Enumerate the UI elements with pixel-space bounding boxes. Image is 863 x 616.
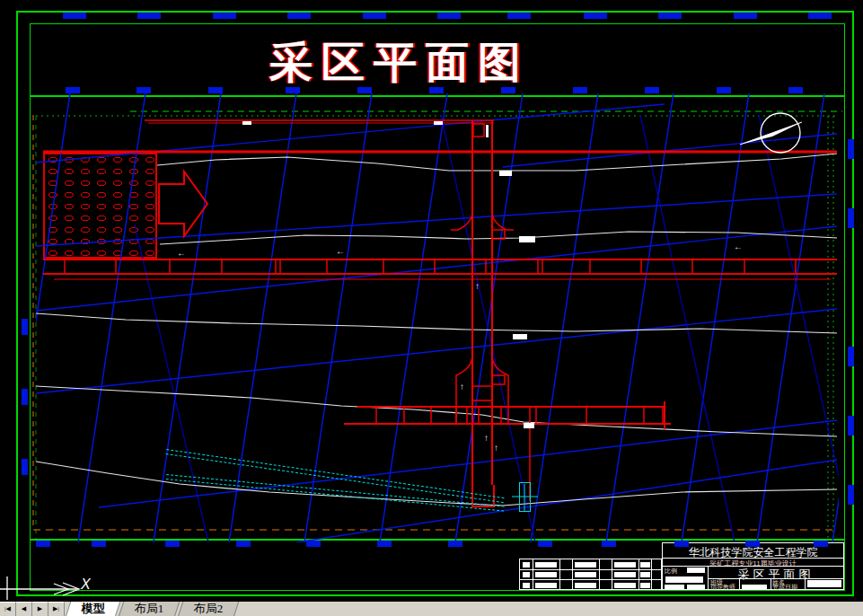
border-tick	[92, 541, 106, 547]
border-tick	[287, 13, 311, 19]
titleblock-scale-label: 比例	[665, 568, 684, 575]
border-tick	[848, 485, 854, 505]
border-tick	[448, 541, 462, 547]
border-tick	[538, 541, 552, 547]
flow-arrow-icon: ↑	[475, 282, 480, 291]
border-tick	[814, 541, 828, 547]
border-tick	[745, 541, 760, 547]
border-tick	[165, 541, 180, 547]
flow-arrow-icon: ←	[734, 242, 743, 251]
border-tick	[658, 13, 682, 19]
border-tick	[573, 87, 587, 93]
border-tick	[788, 87, 803, 93]
titleblock: 华北科技学院安全工程学院 采矿工程专业11届毕业设计 比例 采区平面图 班级 姓…	[662, 542, 844, 590]
blue-grid-lines	[3, 93, 863, 542]
border-tick	[848, 139, 854, 159]
tab-nav-first-button[interactable]: |◀	[0, 602, 16, 616]
border-tick	[236, 541, 251, 547]
border-tick	[363, 13, 386, 19]
border-tick	[734, 13, 757, 19]
flow-arrow-icon: ↑	[484, 434, 489, 443]
border-tick	[717, 87, 731, 93]
border-tick	[507, 13, 531, 19]
drawing-viewport[interactable]: 采区平面图	[0, 0, 863, 616]
border-tick	[602, 541, 616, 547]
flow-arrow-icon: ←	[336, 247, 345, 256]
ucs-icon	[0, 576, 79, 600]
contour-lines	[36, 154, 837, 506]
border-tick	[437, 13, 461, 19]
tab-layout1-label: 布局1	[135, 602, 164, 616]
border-tick	[22, 389, 28, 405]
titleblock-left-table	[519, 559, 662, 590]
border-tick	[137, 13, 161, 19]
border-tick	[22, 459, 28, 475]
ucs-x-label: X	[81, 576, 91, 593]
slope-shaft-box	[519, 482, 531, 512]
tab-layout2[interactable]: 布局2	[176, 602, 238, 616]
tab-nav-last-button[interactable]: ▶|	[48, 602, 65, 616]
border-tick	[808, 13, 832, 19]
border-tick	[501, 87, 515, 93]
titleblock-date-label: 完成日期	[772, 584, 803, 591]
tab-nav-prev-button[interactable]: ◀	[16, 602, 32, 616]
border-tick	[848, 416, 854, 436]
red-roadways	[43, 120, 837, 506]
border-tick	[306, 541, 321, 547]
pillar-boundary-lines	[33, 111, 842, 539]
border-tick	[429, 87, 444, 93]
tab-model-label: 模型	[82, 602, 105, 616]
flow-arrow-icon: ↑	[460, 383, 464, 392]
tab-model[interactable]: 模型	[65, 602, 120, 616]
flow-arrow-icon: ↑	[494, 444, 498, 453]
border-tick	[357, 87, 372, 93]
border-tick	[208, 87, 223, 93]
border-tick	[286, 87, 300, 93]
border-tick	[645, 87, 659, 93]
border-tick	[674, 541, 689, 547]
border-tick	[66, 87, 80, 93]
border-tick	[848, 208, 854, 228]
border-tick	[63, 13, 86, 19]
titleblock-advisor-label: 指导教师	[710, 584, 739, 591]
border-tick	[377, 541, 392, 547]
border-tick	[36, 541, 50, 547]
border-tick	[848, 347, 854, 366]
tab-nav-next-button[interactable]: ▶	[32, 602, 48, 616]
flow-arrow-icon: ←	[177, 249, 186, 258]
tab-layout1[interactable]: 布局1	[118, 602, 180, 616]
border-tick	[136, 87, 151, 93]
border-tick	[584, 13, 607, 19]
tab-layout2-label: 布局2	[193, 602, 223, 616]
north-compass-icon	[740, 113, 802, 153]
border-tick	[22, 319, 28, 335]
border-tick	[213, 13, 236, 19]
layout-tab-bar: |◀ ◀ ▶ ▶| 模型 布局1 布局2	[0, 602, 863, 616]
